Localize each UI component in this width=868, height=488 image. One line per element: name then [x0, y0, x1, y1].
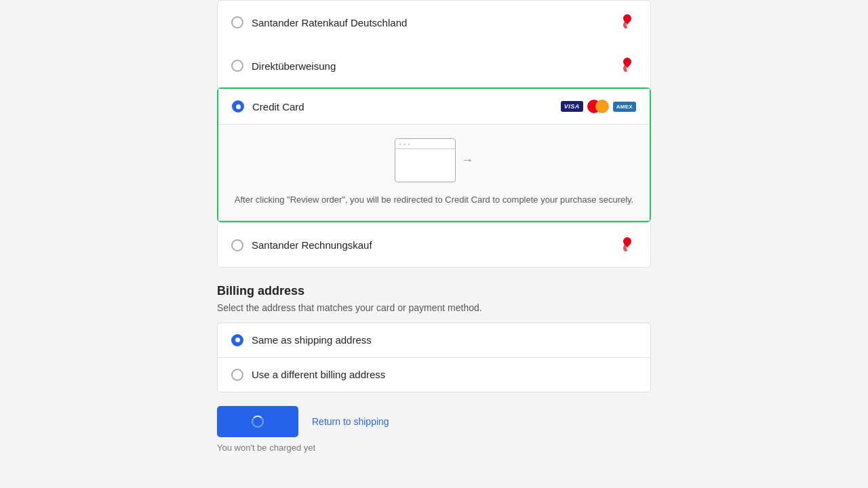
santander-rechnungskauf-label: Santander Rechnungskauf	[252, 239, 372, 251]
redirect-illustration: →	[395, 138, 473, 182]
direktuberweisung-label: Direktüberweisung	[252, 60, 336, 72]
amex-icon: AMEX	[613, 102, 636, 112]
same-as-shipping-label: Same as shipping address	[252, 334, 372, 346]
radio-same-as-shipping[interactable]	[231, 334, 243, 346]
redirect-area: → After clicking "Review order", you wil…	[218, 124, 650, 221]
bottom-actions: Return to shipping	[217, 406, 651, 437]
radio-santander-rechnungskauf[interactable]	[231, 239, 243, 251]
return-to-shipping-link[interactable]: Return to shipping	[312, 416, 389, 427]
browser-mock	[395, 138, 456, 182]
payment-option-direktuberweisung[interactable]: Direktüberweisung	[217, 44, 651, 87]
visa-icon: VISA	[561, 101, 583, 112]
page-wrapper: Santander Ratenkauf Deutschland Direktüb…	[0, 0, 868, 488]
payment-section: Santander Ratenkauf Deutschland Direktüb…	[217, 0, 651, 268]
payment-option-credit-card[interactable]: Credit Card VISA AMEX →	[217, 87, 651, 222]
billing-title: Billing address	[217, 284, 651, 298]
billing-section: Billing address Select the address that …	[217, 284, 651, 392]
santander-icon-0	[618, 12, 637, 33]
santander-icon-1	[618, 55, 637, 77]
billing-options: Same as shipping address Use a different…	[217, 323, 651, 392]
mastercard-icon	[587, 100, 609, 113]
billing-option-same[interactable]: Same as shipping address	[218, 323, 650, 358]
review-order-button[interactable]	[217, 406, 298, 437]
loading-spinner	[252, 415, 264, 428]
radio-santander-ratenkauf[interactable]	[231, 16, 243, 28]
santander-ratenkauf-label: Santander Ratenkauf Deutschland	[252, 17, 407, 28]
billing-subtitle: Select the address that matches your car…	[217, 302, 651, 313]
charge-notice: You won't be charged yet	[217, 443, 651, 453]
arrow-right-icon: →	[461, 153, 473, 167]
credit-card-label: Credit Card	[252, 101, 304, 113]
radio-credit-card[interactable]	[232, 100, 244, 113]
different-billing-label: Use a different billing address	[252, 369, 385, 380]
main-content: Santander Ratenkauf Deutschland Direktüb…	[203, 0, 665, 488]
santander-icon-3	[618, 235, 637, 256]
radio-different-billing[interactable]	[231, 369, 243, 381]
payment-option-santander-ratenkauf[interactable]: Santander Ratenkauf Deutschland	[217, 0, 651, 44]
radio-direktuberweisung[interactable]	[231, 60, 243, 72]
payment-option-santander-rechnungskauf[interactable]: Santander Rechnungskauf	[217, 224, 651, 268]
billing-option-different[interactable]: Use a different billing address	[218, 358, 650, 392]
redirect-text: After clicking "Review order", you will …	[235, 193, 633, 207]
